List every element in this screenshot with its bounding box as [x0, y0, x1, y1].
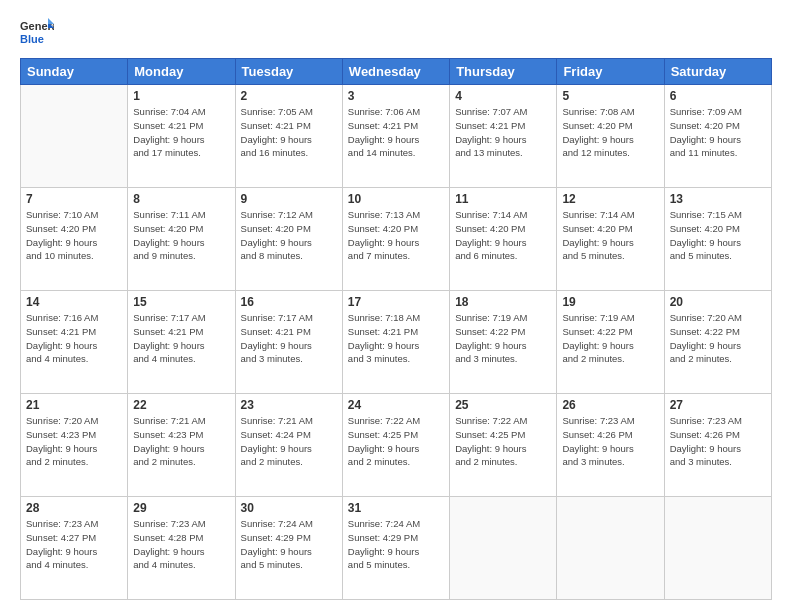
calendar-cell: 31Sunrise: 7:24 AMSunset: 4:29 PMDayligh… [342, 497, 449, 600]
day-number: 7 [26, 192, 122, 206]
day-info: Sunrise: 7:23 AMSunset: 4:26 PMDaylight:… [670, 414, 766, 469]
day-number: 30 [241, 501, 337, 515]
day-number: 15 [133, 295, 229, 309]
day-info: Sunrise: 7:09 AMSunset: 4:20 PMDaylight:… [670, 105, 766, 160]
day-info: Sunrise: 7:21 AMSunset: 4:23 PMDaylight:… [133, 414, 229, 469]
day-info: Sunrise: 7:14 AMSunset: 4:20 PMDaylight:… [562, 208, 658, 263]
day-info: Sunrise: 7:24 AMSunset: 4:29 PMDaylight:… [241, 517, 337, 572]
calendar-cell: 23Sunrise: 7:21 AMSunset: 4:24 PMDayligh… [235, 394, 342, 497]
weekday-header-sunday: Sunday [21, 59, 128, 85]
day-number: 18 [455, 295, 551, 309]
day-info: Sunrise: 7:14 AMSunset: 4:20 PMDaylight:… [455, 208, 551, 263]
week-row-2: 14Sunrise: 7:16 AMSunset: 4:21 PMDayligh… [21, 291, 772, 394]
day-info: Sunrise: 7:20 AMSunset: 4:23 PMDaylight:… [26, 414, 122, 469]
day-number: 4 [455, 89, 551, 103]
day-info: Sunrise: 7:05 AMSunset: 4:21 PMDaylight:… [241, 105, 337, 160]
calendar-cell: 2Sunrise: 7:05 AMSunset: 4:21 PMDaylight… [235, 85, 342, 188]
calendar-cell: 26Sunrise: 7:23 AMSunset: 4:26 PMDayligh… [557, 394, 664, 497]
calendar-cell: 22Sunrise: 7:21 AMSunset: 4:23 PMDayligh… [128, 394, 235, 497]
calendar-cell: 30Sunrise: 7:24 AMSunset: 4:29 PMDayligh… [235, 497, 342, 600]
day-info: Sunrise: 7:17 AMSunset: 4:21 PMDaylight:… [133, 311, 229, 366]
calendar-cell: 14Sunrise: 7:16 AMSunset: 4:21 PMDayligh… [21, 291, 128, 394]
day-info: Sunrise: 7:13 AMSunset: 4:20 PMDaylight:… [348, 208, 444, 263]
day-info: Sunrise: 7:18 AMSunset: 4:21 PMDaylight:… [348, 311, 444, 366]
logo-blue-text: Blue [20, 33, 44, 45]
calendar-cell: 15Sunrise: 7:17 AMSunset: 4:21 PMDayligh… [128, 291, 235, 394]
day-info: Sunrise: 7:08 AMSunset: 4:20 PMDaylight:… [562, 105, 658, 160]
calendar-cell: 11Sunrise: 7:14 AMSunset: 4:20 PMDayligh… [450, 188, 557, 291]
calendar-cell: 9Sunrise: 7:12 AMSunset: 4:20 PMDaylight… [235, 188, 342, 291]
day-info: Sunrise: 7:19 AMSunset: 4:22 PMDaylight:… [562, 311, 658, 366]
calendar-cell: 3Sunrise: 7:06 AMSunset: 4:21 PMDaylight… [342, 85, 449, 188]
day-info: Sunrise: 7:07 AMSunset: 4:21 PMDaylight:… [455, 105, 551, 160]
day-number: 5 [562, 89, 658, 103]
calendar-cell: 5Sunrise: 7:08 AMSunset: 4:20 PMDaylight… [557, 85, 664, 188]
day-info: Sunrise: 7:10 AMSunset: 4:20 PMDaylight:… [26, 208, 122, 263]
calendar-cell: 28Sunrise: 7:23 AMSunset: 4:27 PMDayligh… [21, 497, 128, 600]
day-number: 10 [348, 192, 444, 206]
weekday-header-thursday: Thursday [450, 59, 557, 85]
day-number: 21 [26, 398, 122, 412]
logo-container: General Blue [20, 16, 54, 50]
day-number: 24 [348, 398, 444, 412]
week-row-0: 1Sunrise: 7:04 AMSunset: 4:21 PMDaylight… [21, 85, 772, 188]
day-number: 14 [26, 295, 122, 309]
day-info: Sunrise: 7:21 AMSunset: 4:24 PMDaylight:… [241, 414, 337, 469]
calendar-table: SundayMondayTuesdayWednesdayThursdayFrid… [20, 58, 772, 600]
day-info: Sunrise: 7:15 AMSunset: 4:20 PMDaylight:… [670, 208, 766, 263]
day-number: 28 [26, 501, 122, 515]
day-number: 20 [670, 295, 766, 309]
calendar-cell: 21Sunrise: 7:20 AMSunset: 4:23 PMDayligh… [21, 394, 128, 497]
day-info: Sunrise: 7:11 AMSunset: 4:20 PMDaylight:… [133, 208, 229, 263]
calendar-cell [450, 497, 557, 600]
weekday-header-wednesday: Wednesday [342, 59, 449, 85]
logo: General Blue [20, 16, 54, 50]
day-info: Sunrise: 7:17 AMSunset: 4:21 PMDaylight:… [241, 311, 337, 366]
week-row-4: 28Sunrise: 7:23 AMSunset: 4:27 PMDayligh… [21, 497, 772, 600]
calendar-cell: 29Sunrise: 7:23 AMSunset: 4:28 PMDayligh… [128, 497, 235, 600]
calendar-cell: 6Sunrise: 7:09 AMSunset: 4:20 PMDaylight… [664, 85, 771, 188]
day-info: Sunrise: 7:04 AMSunset: 4:21 PMDaylight:… [133, 105, 229, 160]
calendar-cell: 17Sunrise: 7:18 AMSunset: 4:21 PMDayligh… [342, 291, 449, 394]
day-info: Sunrise: 7:23 AMSunset: 4:27 PMDaylight:… [26, 517, 122, 572]
weekday-header-row: SundayMondayTuesdayWednesdayThursdayFrid… [21, 59, 772, 85]
day-number: 13 [670, 192, 766, 206]
calendar-cell: 16Sunrise: 7:17 AMSunset: 4:21 PMDayligh… [235, 291, 342, 394]
day-number: 17 [348, 295, 444, 309]
day-number: 25 [455, 398, 551, 412]
calendar-cell [21, 85, 128, 188]
calendar-cell: 24Sunrise: 7:22 AMSunset: 4:25 PMDayligh… [342, 394, 449, 497]
day-number: 6 [670, 89, 766, 103]
day-number: 12 [562, 192, 658, 206]
calendar-cell [664, 497, 771, 600]
day-number: 2 [241, 89, 337, 103]
calendar-cell: 10Sunrise: 7:13 AMSunset: 4:20 PMDayligh… [342, 188, 449, 291]
day-info: Sunrise: 7:22 AMSunset: 4:25 PMDaylight:… [455, 414, 551, 469]
calendar-cell: 12Sunrise: 7:14 AMSunset: 4:20 PMDayligh… [557, 188, 664, 291]
calendar-cell: 20Sunrise: 7:20 AMSunset: 4:22 PMDayligh… [664, 291, 771, 394]
day-number: 23 [241, 398, 337, 412]
weekday-header-monday: Monday [128, 59, 235, 85]
day-number: 31 [348, 501, 444, 515]
weekday-header-tuesday: Tuesday [235, 59, 342, 85]
day-number: 8 [133, 192, 229, 206]
weekday-header-friday: Friday [557, 59, 664, 85]
calendar-cell: 4Sunrise: 7:07 AMSunset: 4:21 PMDaylight… [450, 85, 557, 188]
day-info: Sunrise: 7:19 AMSunset: 4:22 PMDaylight:… [455, 311, 551, 366]
day-number: 22 [133, 398, 229, 412]
day-info: Sunrise: 7:23 AMSunset: 4:26 PMDaylight:… [562, 414, 658, 469]
calendar-cell: 1Sunrise: 7:04 AMSunset: 4:21 PMDaylight… [128, 85, 235, 188]
day-info: Sunrise: 7:16 AMSunset: 4:21 PMDaylight:… [26, 311, 122, 366]
day-number: 1 [133, 89, 229, 103]
calendar-cell: 25Sunrise: 7:22 AMSunset: 4:25 PMDayligh… [450, 394, 557, 497]
day-number: 19 [562, 295, 658, 309]
day-info: Sunrise: 7:23 AMSunset: 4:28 PMDaylight:… [133, 517, 229, 572]
calendar-cell: 7Sunrise: 7:10 AMSunset: 4:20 PMDaylight… [21, 188, 128, 291]
calendar-cell: 18Sunrise: 7:19 AMSunset: 4:22 PMDayligh… [450, 291, 557, 394]
calendar-cell: 27Sunrise: 7:23 AMSunset: 4:26 PMDayligh… [664, 394, 771, 497]
day-number: 3 [348, 89, 444, 103]
day-info: Sunrise: 7:22 AMSunset: 4:25 PMDaylight:… [348, 414, 444, 469]
week-row-1: 7Sunrise: 7:10 AMSunset: 4:20 PMDaylight… [21, 188, 772, 291]
day-info: Sunrise: 7:24 AMSunset: 4:29 PMDaylight:… [348, 517, 444, 572]
day-number: 11 [455, 192, 551, 206]
